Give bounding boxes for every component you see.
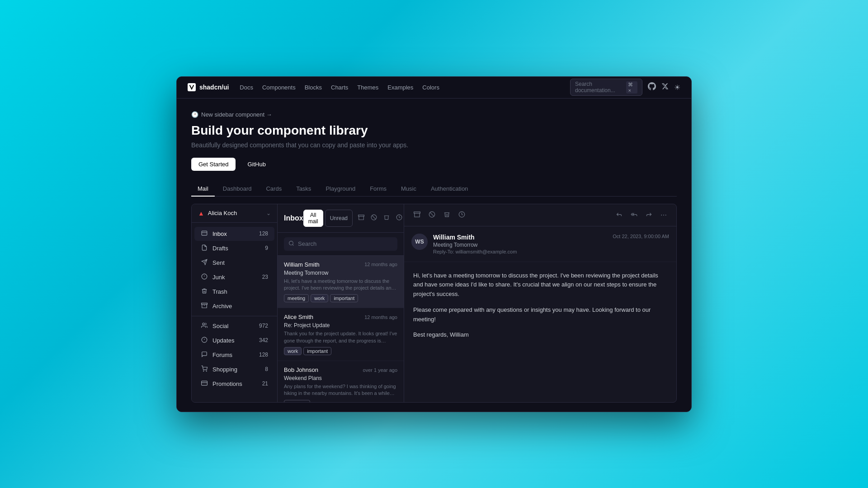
nav-themes[interactable]: Themes [357, 82, 378, 93]
reading-junk-button[interactable] [426, 209, 438, 221]
tab-music[interactable]: Music [395, 182, 423, 197]
forward-button[interactable] [643, 209, 655, 221]
nav-charts[interactable]: Charts [331, 82, 348, 93]
svg-point-13 [206, 371, 207, 371]
mail-item[interactable]: William Smith 12 months ago Meeting Tomo… [278, 256, 404, 309]
mail-preview: Hi, let's have a meeting tomorrow to dis… [284, 278, 397, 292]
nav-components[interactable]: Components [262, 82, 296, 93]
reading-reply-to: Reply-To: williamsmith@example.com [433, 249, 607, 254]
svg-rect-22 [414, 211, 420, 213]
tab-tasks[interactable]: Tasks [290, 182, 317, 197]
get-started-button[interactable]: Get Started [191, 158, 236, 171]
sidebar-promotions-count: 21 [262, 380, 268, 387]
github-icon[interactable] [648, 82, 656, 92]
archive-tool-button[interactable] [356, 212, 366, 224]
mail-item[interactable]: Bob Johnson over 1 year ago Weekend Plan… [278, 361, 404, 402]
reading-archive-button[interactable] [411, 209, 423, 221]
sidebar-item-updates[interactable]: Updates 342 [194, 333, 274, 347]
mail-tags: personal [284, 400, 397, 402]
mail-sender: William Smith [284, 261, 320, 268]
sidebar-item-shopping[interactable]: Shopping 8 [194, 362, 274, 376]
twitter-icon[interactable] [661, 83, 669, 92]
cta-buttons: Get Started GitHub [191, 158, 677, 171]
reading-trash-button[interactable] [441, 209, 453, 221]
tab-playground[interactable]: Playground [319, 182, 362, 197]
announcement-text[interactable]: New sidebar component → [201, 111, 272, 118]
sidebar-item-drafts[interactable]: Drafts 9 [194, 241, 274, 255]
nav-examples[interactable]: Examples [387, 82, 413, 93]
tab-mail[interactable]: Mail [191, 182, 215, 197]
nav-blocks[interactable]: Blocks [305, 82, 322, 93]
sidebar-promotions-label: Promotions [212, 380, 258, 387]
sidebar-item-junk[interactable]: Junk 23 [194, 270, 274, 284]
mail-body: Hi, let's have a meeting tomorrow to dis… [404, 262, 676, 402]
alert-icon: ▲ [198, 210, 204, 217]
mail-reading-header: WS William Smith Meeting Tomorrow Reply-… [404, 226, 676, 262]
trash-tool-button[interactable] [382, 212, 392, 224]
mail-tags: meeting work important [284, 294, 397, 302]
reading-sender: William Smith [433, 234, 607, 241]
sidebar-social-count: 972 [259, 323, 268, 329]
reply-button[interactable] [613, 209, 625, 221]
mail-sender: Alice Smith [284, 314, 313, 320]
sidebar-inbox-count: 128 [259, 230, 268, 237]
tab-cards[interactable]: Cards [259, 182, 288, 197]
mail-item[interactable]: Alice Smith 12 months ago Re: Project Up… [278, 308, 404, 361]
mail-time: 12 months ago [364, 262, 397, 267]
mail-sidebar: ▲ Alicia Koch ⌄ Inbox 128 [192, 204, 278, 402]
mail-item-header: Bob Johnson over 1 year ago [284, 366, 397, 373]
sidebar-item-trash[interactable]: Trash [194, 285, 274, 299]
sidebar-divider [192, 316, 277, 316]
sidebar-shopping-count: 8 [265, 366, 268, 372]
snooze-tool-button[interactable] [394, 212, 404, 224]
search-input[interactable]: Search [298, 240, 316, 247]
forums-icon [201, 351, 208, 359]
reply-all-button[interactable] [628, 209, 640, 221]
nav-docs[interactable]: Docs [240, 82, 253, 93]
chevron-down-icon: ⌄ [266, 210, 271, 216]
section-tabs: Mail Dashboard Cards Tasks Playground Fo… [191, 182, 677, 197]
sidebar-archive-label: Archive [212, 303, 268, 310]
mail-item-header: Alice Smith 12 months ago [284, 314, 397, 320]
sidebar-item-sent[interactable]: Sent [194, 256, 274, 270]
search-doc[interactable]: Search documentation... ⌘ × [570, 79, 642, 96]
mail-time: over 1 year ago [363, 367, 397, 373]
filter-buttons: All mail Unread [303, 210, 353, 227]
theme-toggle-icon[interactable]: ☀ [674, 83, 680, 92]
logo-icon [188, 83, 196, 91]
sidebar-sent-label: Sent [212, 259, 268, 266]
filter-unread-button[interactable]: Unread [325, 210, 353, 227]
logo[interactable]: shadcn/ui [188, 83, 229, 91]
tab-authentication[interactable]: Authentication [425, 182, 474, 197]
mail-toolbar [356, 212, 404, 224]
reading-snooze-button[interactable] [456, 209, 467, 221]
sidebar-junk-count: 23 [262, 274, 268, 280]
sidebar-item-promotions[interactable]: Promotions 21 [194, 377, 274, 391]
nav-links: Docs Components Blocks Charts Themes Exa… [240, 82, 559, 93]
github-button[interactable]: GitHub [240, 158, 273, 171]
inbox-title: Inbox [284, 214, 303, 222]
sidebar-item-inbox[interactable]: Inbox 128 [194, 227, 274, 241]
search-icon [288, 240, 294, 248]
junk-tool-button[interactable] [369, 212, 379, 224]
reading-toolbar: ⋯ [404, 204, 676, 226]
tag-work: work [284, 347, 302, 355]
sidebar-item-forums[interactable]: Forums 128 [194, 348, 274, 362]
body-paragraph-2: Please come prepared with any questions … [413, 305, 667, 324]
sidebar-item-archive[interactable]: Archive [194, 299, 274, 313]
sidebar-item-social[interactable]: Social 972 [194, 319, 274, 333]
logo-text: shadcn/ui [199, 84, 229, 91]
more-button[interactable]: ⋯ [658, 209, 669, 221]
tab-dashboard[interactable]: Dashboard [217, 182, 258, 197]
tab-forms[interactable]: Forms [363, 182, 393, 197]
svg-line-21 [292, 244, 293, 245]
trash-icon [201, 288, 208, 296]
svg-rect-14 [202, 381, 208, 385]
reading-meta: WS William Smith Meeting Tomorrow Reply-… [411, 234, 669, 254]
sidebar-user[interactable]: ▲ Alicia Koch [198, 210, 237, 217]
filter-all-button[interactable]: All mail [303, 210, 323, 227]
search-input-wrap[interactable]: Search [284, 237, 397, 251]
nav-colors[interactable]: Colors [422, 82, 439, 93]
svg-rect-6 [202, 303, 208, 304]
tag-important: important [330, 294, 358, 302]
